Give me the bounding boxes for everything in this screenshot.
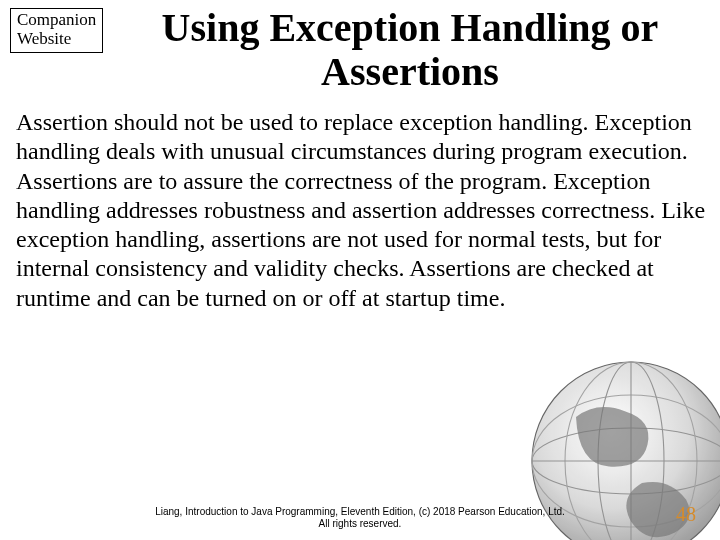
slide-body: Assertion should not be used to replace … [0,104,720,313]
slide-title: Using Exception Handling or Assertions [0,0,720,104]
page-number: 48 [676,503,696,526]
badge-line-1: Companion [17,11,96,30]
badge-line-2: Website [17,30,96,49]
companion-website-badge: Companion Website [10,8,103,53]
footer-copyright: Liang, Introduction to Java Programming,… [0,506,720,530]
footer-line-2: All rights reserved. [0,518,720,530]
footer-line-1: Liang, Introduction to Java Programming,… [0,506,720,518]
